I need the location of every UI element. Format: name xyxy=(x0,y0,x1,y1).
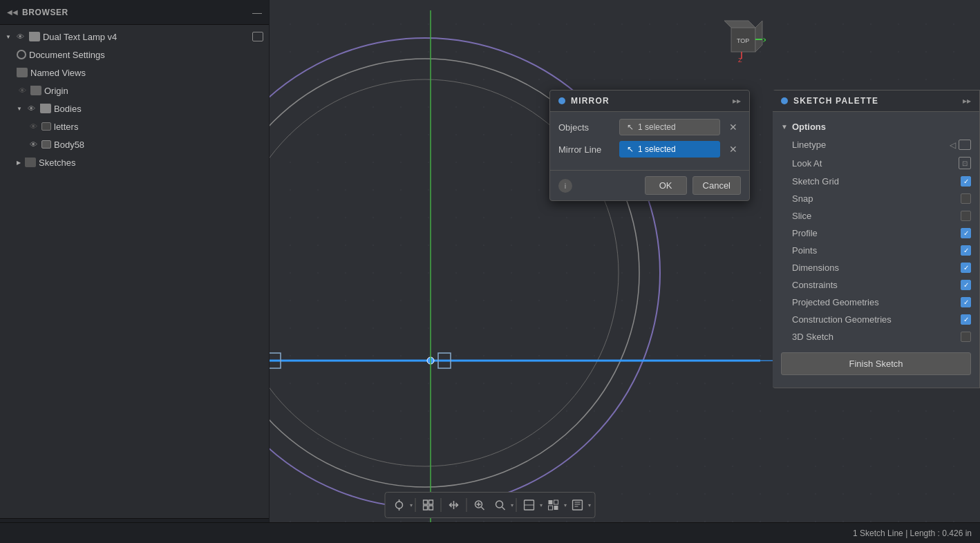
eye-icon-bodies[interactable]: 👁 xyxy=(26,103,37,114)
linetype-left-arrow[interactable]: ◁ xyxy=(950,140,956,150)
points-checkbox[interactable] xyxy=(961,245,971,256)
eye-icon-body58[interactable]: 👁 xyxy=(28,139,39,150)
points-label: Points xyxy=(792,245,955,256)
toolbar-zoom-button[interactable] xyxy=(491,495,510,515)
toolbar-inspect-dropdown[interactable]: ▾ xyxy=(588,502,591,508)
svg-marker-29 xyxy=(724,21,755,28)
expand-icon[interactable]: ▼ xyxy=(6,34,11,40)
folder-icon-sketches xyxy=(25,158,36,167)
svg-rect-39 xyxy=(424,500,428,504)
mirror-expand-button[interactable]: ▸▸ xyxy=(733,96,741,106)
linetype-label: Linetype xyxy=(792,140,944,150)
svg-text:X: X xyxy=(763,37,766,44)
tree-item-sketches[interactable]: ▶ Sketches xyxy=(0,153,269,171)
option-3d-sketch: 3D Sketch xyxy=(773,328,979,345)
dimensions-checkbox[interactable] xyxy=(961,263,971,273)
look-at-label: Look At xyxy=(792,158,953,169)
browser-minimize[interactable]: — xyxy=(252,7,262,18)
browser-header: ◀◀ BROWSER — xyxy=(0,0,269,25)
ok-button[interactable]: OK xyxy=(645,176,687,195)
toolbar-zoom-dropdown[interactable]: ▾ xyxy=(511,502,513,508)
tree-label-letters: letters xyxy=(54,122,78,132)
sketch-grid-checkbox[interactable] xyxy=(961,176,971,187)
tree-item-doc-settings[interactable]: Document Settings xyxy=(0,46,269,64)
toolbar-group-inspect: ▾ xyxy=(568,495,591,515)
tree-item-letters[interactable]: 👁 letters xyxy=(0,117,269,135)
tree-label-body58: Body58 xyxy=(54,140,84,150)
toolbar-sep-3 xyxy=(467,498,467,512)
sketch-palette-body: ▼ Options Linetype ◁ Look At ⊡ Sketch Gr… xyxy=(773,112,979,388)
3d-sketch-checkbox[interactable] xyxy=(961,332,971,342)
settings-icon[interactable] xyxy=(252,32,263,41)
profile-checkbox[interactable] xyxy=(961,228,971,238)
constraints-checkbox[interactable] xyxy=(961,280,971,290)
objects-selection-button[interactable]: ↖ 1 selected xyxy=(619,119,720,135)
eye-icon-letters[interactable]: 👁 xyxy=(28,121,39,132)
svg-rect-54 xyxy=(554,506,558,510)
toolbar-inspect-button[interactable] xyxy=(568,495,587,515)
svg-marker-30 xyxy=(755,21,762,52)
eye-icon[interactable]: 👁 xyxy=(15,31,26,42)
look-at-icon[interactable]: ⊡ xyxy=(959,157,971,169)
palette-dot xyxy=(781,97,788,104)
tree-item-named-views[interactable]: Named Views xyxy=(0,64,269,82)
tree-item-root[interactable]: ▼ 👁 Dual Text Lamp v4 xyxy=(0,28,269,46)
linetype-control: ◁ xyxy=(950,140,971,150)
tree-label-doc-settings: Document Settings xyxy=(29,50,105,60)
option-slice: Slice xyxy=(773,207,979,225)
toolbar-group-display: ▾ xyxy=(544,495,567,515)
tree-item-body58[interactable]: 👁 Body58 xyxy=(0,135,269,153)
sketch-palette-title: SKETCH PALETTE xyxy=(793,96,957,106)
info-button[interactable]: i xyxy=(558,179,572,193)
cancel-button[interactable]: Cancel xyxy=(692,176,741,195)
projected-geometries-checkbox[interactable] xyxy=(961,297,971,307)
bottom-toolbar: ▾ ▾ ▾ ▾ ▾ xyxy=(385,492,596,518)
tree-item-origin[interactable]: 👁 Origin xyxy=(0,82,269,99)
tree-label-root: Dual Text Lamp v4 xyxy=(43,32,117,42)
palette-expand-button[interactable]: ▸▸ xyxy=(963,96,971,106)
toolbar-snap-button[interactable] xyxy=(390,495,409,515)
objects-count: 1 selected xyxy=(638,122,676,132)
mirror-line-clear-button[interactable]: ✕ xyxy=(726,142,741,157)
cube-widget[interactable]: Z X TOP xyxy=(717,14,766,62)
toolbar-snap-dropdown[interactable]: ▾ xyxy=(410,502,413,508)
construction-geometries-checkbox[interactable] xyxy=(961,314,971,325)
sketch-palette-panel: SKETCH PALETTE ▸▸ ▼ Options Linetype ◁ L… xyxy=(773,90,980,388)
toolbar-grid-button[interactable] xyxy=(419,495,438,515)
toolbar-view-dropdown[interactable]: ▾ xyxy=(540,502,543,508)
expand-icon-bodies[interactable]: ▼ xyxy=(17,106,22,112)
body-icon-letters xyxy=(41,122,51,131)
sketch-palette-header: SKETCH PALETTE ▸▸ xyxy=(773,90,979,112)
option-linetype: Linetype ◁ xyxy=(773,136,979,153)
toolbar-sep-1 xyxy=(415,498,416,512)
eye-icon-origin[interactable]: 👁 xyxy=(17,85,28,96)
finish-sketch-button[interactable]: Finish Sketch xyxy=(781,352,971,375)
toolbar-view-button[interactable] xyxy=(520,495,539,515)
browser-collapse-icon[interactable]: ◀◀ xyxy=(7,8,18,16)
toolbar-sep-4 xyxy=(516,498,517,512)
expand-icon-sketches[interactable]: ▶ xyxy=(17,160,21,166)
folder-icon xyxy=(29,32,40,41)
mirror-line-label: Mirror Line xyxy=(558,144,614,155)
mirror-line-selection-button[interactable]: ↖ 1 selected xyxy=(619,141,720,158)
toolbar-zoom-fit-button[interactable] xyxy=(470,495,489,515)
linetype-page-icon[interactable] xyxy=(959,140,971,150)
svg-rect-55 xyxy=(573,500,583,510)
mirror-dot xyxy=(558,97,565,104)
toolbar-display-button[interactable] xyxy=(544,495,563,515)
tree-item-bodies[interactable]: ▼ 👁 Bodies xyxy=(0,99,269,117)
snap-checkbox[interactable] xyxy=(961,193,971,204)
slice-label: Slice xyxy=(792,211,955,221)
toolbar-sep-2 xyxy=(441,498,442,512)
toolbar-pan-button[interactable] xyxy=(444,495,464,515)
slice-checkbox[interactable] xyxy=(961,211,971,221)
profile-label: Profile xyxy=(792,228,955,238)
svg-rect-41 xyxy=(424,506,428,510)
objects-clear-button[interactable]: ✕ xyxy=(726,120,741,135)
mirror-line-row: Mirror Line ↖ 1 selected ✕ xyxy=(558,141,741,158)
svg-rect-53 xyxy=(549,506,553,510)
svg-line-48 xyxy=(502,507,505,510)
toolbar-display-dropdown[interactable]: ▾ xyxy=(564,502,567,508)
options-section-header[interactable]: ▼ Options xyxy=(773,117,979,136)
toolbar-group-zoom: ▾ xyxy=(491,495,513,515)
